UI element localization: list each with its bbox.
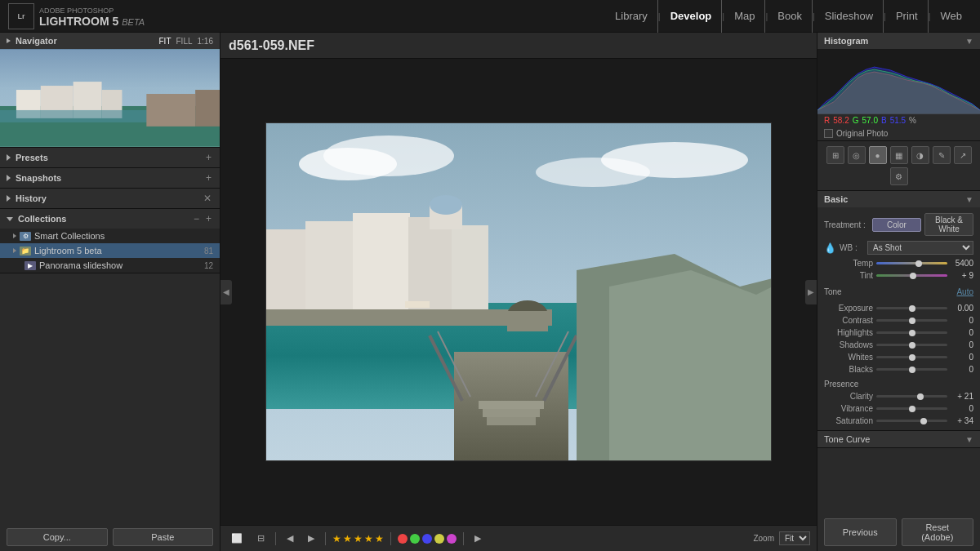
radial-filter-icon[interactable]: ◑ — [911, 146, 929, 164]
nav-slideshow[interactable]: Slideshow — [815, 0, 884, 33]
right-panel-collapse-btn[interactable]: ▶ — [805, 280, 817, 304]
paste-button[interactable]: Paste — [113, 528, 214, 546]
tone-curve-header[interactable]: Tone Curve ▼ — [817, 431, 980, 447]
next-image-btn[interactable]: ▶ — [304, 531, 318, 546]
tone-auto-btn[interactable]: Auto — [956, 287, 973, 296]
contrast-slider[interactable] — [876, 319, 947, 322]
vibrance-thumb[interactable] — [909, 406, 915, 412]
vibrance-slider[interactable] — [876, 407, 947, 410]
history-header[interactable]: History ✕ — [0, 189, 220, 208]
snapshots-add-btn[interactable]: + — [204, 172, 213, 184]
crop-tool-icon[interactable]: ⊞ — [826, 146, 844, 164]
nav-map[interactable]: Map — [724, 0, 765, 33]
presets-add-btn[interactable]: + — [204, 152, 213, 163]
tone-curve-section: Tone Curve ▼ — [817, 431, 980, 448]
collections-minus-btn[interactable]: − — [192, 213, 201, 224]
color-blue-btn[interactable] — [422, 534, 432, 544]
zoom-select[interactable]: Fit — [779, 531, 810, 545]
nav-web[interactable]: Web — [931, 0, 973, 33]
shadows-slider[interactable] — [876, 344, 947, 346]
image-filename: d561-059.NEF — [229, 38, 314, 53]
tone-curve-icon[interactable]: ↗ — [954, 146, 972, 164]
reset-button[interactable]: Reset (Adobe) — [902, 518, 974, 546]
temp-slider-thumb[interactable] — [915, 260, 922, 267]
blacks-thumb[interactable] — [909, 367, 915, 373]
star-rating[interactable]: ★ ★ ★ ★ ★ — [332, 533, 384, 544]
snapshots-header[interactable]: Snapshots + — [0, 168, 220, 188]
color-red-btn[interactable] — [398, 534, 408, 544]
graduated-filter-icon[interactable]: ▦ — [890, 146, 908, 164]
view-square-btn[interactable]: ⬜ — [227, 531, 247, 546]
histogram-header[interactable]: Histogram ▼ — [817, 33, 980, 49]
view-compare-btn[interactable]: ⊟ — [253, 531, 269, 546]
previous-button[interactable]: Previous — [824, 518, 897, 546]
left-panel-collapse-btn[interactable]: ◀ — [220, 280, 232, 304]
clarity-label: Clarity — [824, 392, 873, 401]
original-photo-checkbox[interactable] — [824, 129, 833, 138]
color-green-btn[interactable] — [410, 534, 420, 544]
topbar: Lr ADOBE PHOTOSHOP LIGHTROOM 5 BETA Libr… — [0, 0, 980, 33]
red-eye-icon[interactable]: ● — [869, 146, 887, 164]
collections-header[interactable]: Collections − + — [0, 209, 220, 229]
history-triangle-icon — [7, 195, 11, 202]
collection-smart[interactable]: ⚙ Smart Collections — [0, 229, 220, 243]
contrast-thumb[interactable] — [909, 318, 915, 324]
clarity-value: + 21 — [951, 392, 973, 401]
shadows-thumb[interactable] — [909, 342, 915, 349]
collections-add-btn[interactable]: + — [204, 213, 213, 224]
presets-header[interactable]: Presets + — [0, 148, 220, 167]
nav-print[interactable]: Print — [886, 0, 929, 33]
zoom-fit-btn[interactable]: FIT — [159, 37, 172, 46]
blacks-slider[interactable] — [876, 368, 947, 371]
collection-panorama[interactable]: ▶ Panorama slideshow 12 — [0, 258, 220, 273]
star-1[interactable]: ★ — [332, 533, 341, 544]
exposure-thumb[interactable] — [909, 305, 915, 312]
nav-develop[interactable]: Develop — [661, 0, 723, 33]
tint-slider[interactable] — [876, 274, 947, 277]
highlights-slider[interactable] — [876, 331, 947, 334]
settings-icon[interactable]: ⚙ — [890, 167, 908, 185]
tint-slider-thumb[interactable] — [910, 273, 916, 279]
bw-treatment-btn[interactable]: Black & White — [924, 213, 973, 236]
highlights-thumb[interactable] — [909, 330, 915, 336]
color-treatment-btn[interactable]: Color — [872, 218, 921, 232]
history-clear-btn[interactable]: ✕ — [202, 193, 213, 204]
whites-thumb[interactable] — [909, 354, 915, 361]
saturation-value: + 34 — [951, 416, 973, 425]
clarity-thumb[interactable] — [917, 393, 924, 400]
zoom-116-btn[interactable]: 1:16 — [198, 37, 213, 46]
play-btn[interactable]: ▶ — [470, 531, 485, 546]
image-toolbar: d561-059.NEF — [220, 33, 817, 59]
clarity-slider[interactable] — [876, 395, 947, 398]
navigator-expand-icon — [7, 38, 11, 43]
color-purple-btn[interactable] — [447, 534, 457, 544]
collection-lr5beta[interactable]: 📁 Lightroom 5 beta 81 — [0, 243, 220, 258]
zoom-fill-btn[interactable]: FILL — [176, 37, 193, 46]
exposure-value: 0.00 — [951, 304, 973, 313]
treatment-label: Treatment : — [824, 220, 869, 229]
star-5[interactable]: ★ — [375, 533, 384, 544]
nav-book[interactable]: Book — [768, 0, 813, 33]
star-4[interactable]: ★ — [364, 533, 373, 544]
presence-header: Presence — [824, 375, 973, 390]
basic-header[interactable]: Basic ▼ — [817, 191, 980, 207]
exposure-slider[interactable] — [876, 307, 947, 309]
wb-eyedropper-icon[interactable]: 💧 — [824, 242, 836, 254]
color-yellow-btn[interactable] — [434, 534, 444, 544]
wb-select[interactable]: As Shot — [867, 241, 973, 255]
adjustment-brush-icon[interactable]: ✎ — [933, 146, 951, 164]
star-3[interactable]: ★ — [354, 533, 363, 544]
navigator-header[interactable]: Navigator FIT FILL 1:16 — [0, 33, 220, 49]
saturation-slider[interactable] — [876, 420, 947, 422]
blacks-value: 0 — [951, 365, 973, 374]
prev-image-btn[interactable]: ◀ — [283, 531, 297, 546]
star-2[interactable]: ★ — [343, 533, 352, 544]
vibrance-value: 0 — [951, 404, 973, 413]
nav-library[interactable]: Library — [605, 0, 658, 33]
spot-removal-icon[interactable]: ◎ — [848, 146, 866, 164]
main-image-svg — [266, 123, 772, 461]
whites-slider[interactable] — [876, 356, 947, 358]
saturation-thumb[interactable] — [920, 418, 927, 424]
copy-button[interactable]: Copy... — [7, 528, 108, 546]
temp-slider[interactable] — [876, 262, 947, 264]
